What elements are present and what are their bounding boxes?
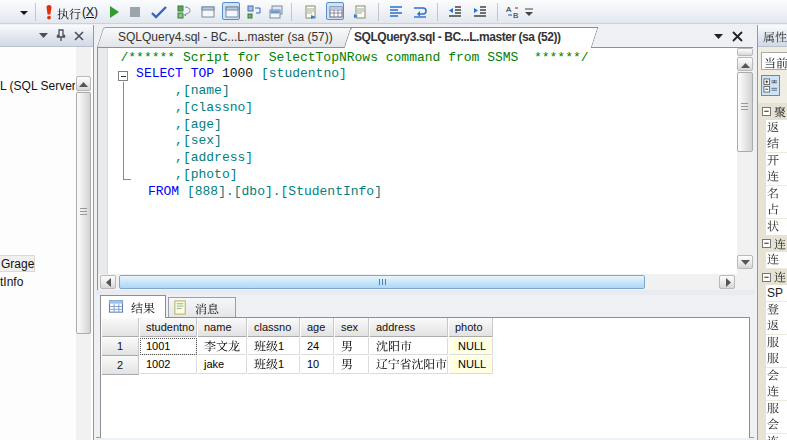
svg-text:B: B (513, 11, 518, 20)
svg-text:A: A (506, 5, 512, 14)
